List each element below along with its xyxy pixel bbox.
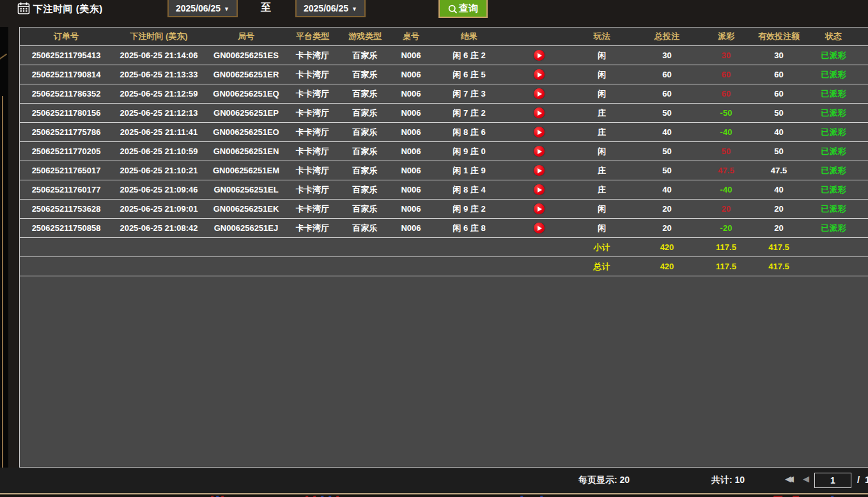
cell-round-id: GN006256251EP bbox=[205, 108, 287, 118]
play-video-icon[interactable] bbox=[534, 127, 545, 138]
cell-replay bbox=[508, 203, 570, 214]
chevron-down-icon: ▼ bbox=[224, 6, 229, 12]
table-row[interactable]: 250625211775786 2025-06-25 21:11:41 GN00… bbox=[20, 123, 868, 142]
cell-status: 已派彩 bbox=[805, 203, 862, 215]
prev-page-icon[interactable]: ◀ bbox=[803, 474, 809, 484]
play-video-icon[interactable] bbox=[534, 165, 545, 176]
table-row[interactable]: 250625211795413 2025-06-25 21:14:06 GN00… bbox=[20, 46, 868, 65]
play-video-icon[interactable] bbox=[534, 50, 545, 61]
cell-payout: -40 bbox=[700, 185, 752, 194]
underlay-bottom-edge bbox=[0, 493, 868, 497]
cell-game-type: 百家乐 bbox=[338, 88, 392, 100]
date-to-value: 2025/06/25 bbox=[304, 3, 348, 13]
cell-play: 庄 bbox=[570, 127, 634, 138]
cell-play: 闲 bbox=[570, 223, 634, 234]
cell-result: 闲 1 庄 9 bbox=[430, 165, 508, 177]
cell-round-id: GN006256251EL bbox=[205, 185, 287, 194]
cell-valid-bet: 50 bbox=[752, 108, 805, 118]
cell-platform: 卡卡湾厅 bbox=[287, 203, 338, 215]
col-header-valid-bet: 有效投注额 bbox=[752, 31, 805, 42]
cell-payout: 50 bbox=[700, 146, 752, 156]
underlay-decoration bbox=[0, 54, 7, 61]
cell-platform: 卡卡湾厅 bbox=[287, 88, 338, 100]
cell-bet-time: 2025-06-25 21:09:46 bbox=[112, 185, 205, 194]
cell-valid-bet: 40 bbox=[752, 185, 805, 194]
table-row[interactable]: 250625211786352 2025-06-25 21:12:59 GN00… bbox=[20, 84, 868, 104]
cell-table-no: N006 bbox=[392, 89, 430, 99]
cell-payout: 20 bbox=[700, 204, 752, 214]
query-button[interactable]: 查询 bbox=[438, 0, 488, 18]
cell-game-type: 百家乐 bbox=[338, 223, 392, 234]
cell-platform: 卡卡湾厅 bbox=[287, 165, 338, 177]
date-range-to-label: 至 bbox=[261, 1, 271, 15]
cell-play: 庄 bbox=[570, 184, 634, 196]
play-video-icon[interactable] bbox=[534, 107, 545, 118]
table-row[interactable]: 250625211770205 2025-06-25 21:10:59 GN00… bbox=[20, 142, 868, 161]
cell-table-no: N006 bbox=[392, 146, 430, 156]
cell-play: 闲 bbox=[570, 88, 634, 100]
table-row[interactable]: 250625211760177 2025-06-25 21:09:46 GN00… bbox=[20, 180, 868, 200]
col-header-bet-time: 下注时间 (美东) bbox=[112, 31, 205, 42]
cell-valid-bet: 20 bbox=[752, 204, 805, 214]
page-number-input[interactable] bbox=[814, 473, 851, 488]
play-video-icon[interactable] bbox=[534, 223, 545, 233]
total-label: 总计 bbox=[570, 261, 634, 272]
table-row[interactable]: 250625211765017 2025-06-25 21:10:21 GN00… bbox=[20, 161, 868, 180]
cell-bet-time: 2025-06-25 21:10:21 bbox=[112, 166, 205, 175]
col-header-platform: 平台类型 bbox=[287, 31, 338, 42]
cell-round-id: GN006256251EO bbox=[205, 127, 287, 137]
subtotal-valid-bet: 417.5 bbox=[752, 242, 805, 252]
date-from-value: 2025/06/25 bbox=[176, 3, 221, 13]
cell-platform: 卡卡湾厅 bbox=[287, 107, 338, 119]
date-from-dropdown[interactable]: 2025/06/25 ▼ bbox=[167, 0, 238, 17]
table-row[interactable]: 250625211753628 2025-06-25 21:09:01 GN00… bbox=[20, 200, 868, 219]
cell-result: 闲 7 庄 3 bbox=[430, 88, 508, 100]
play-video-icon[interactable] bbox=[534, 146, 545, 157]
cell-total-bet: 50 bbox=[634, 166, 700, 175]
underlay-border-line bbox=[2, 96, 3, 494]
cell-game-type: 百家乐 bbox=[338, 146, 392, 157]
play-video-icon[interactable] bbox=[534, 203, 545, 214]
table-row[interactable]: 250625211790814 2025-06-25 21:13:33 GN00… bbox=[20, 65, 868, 84]
play-video-icon[interactable] bbox=[534, 69, 545, 80]
cell-platform: 卡卡湾厅 bbox=[287, 146, 338, 157]
date-to-dropdown[interactable]: 2025/06/25 ▼ bbox=[295, 0, 366, 17]
cell-result: 闲 6 庄 8 bbox=[430, 223, 508, 234]
cell-table-no: N006 bbox=[392, 185, 430, 194]
cell-result: 闲 8 庄 6 bbox=[430, 127, 508, 138]
total-payout: 117.5 bbox=[700, 262, 752, 271]
cell-result: 闲 9 庄 0 bbox=[430, 146, 508, 157]
table-row[interactable]: 250625211750858 2025-06-25 21:08:42 GN00… bbox=[20, 219, 868, 238]
play-video-icon[interactable] bbox=[534, 184, 545, 195]
cell-game-type: 百家乐 bbox=[338, 203, 392, 215]
col-header-total-bet: 总投注 bbox=[634, 31, 700, 42]
page-separator: / bbox=[857, 474, 860, 485]
cell-play: 闲 bbox=[570, 146, 634, 157]
total-row: 总计 420 117.5 417.5 bbox=[20, 257, 868, 276]
col-header-table-no: 桌号 bbox=[392, 31, 430, 42]
first-page-icon[interactable]: ◀◀ bbox=[785, 474, 789, 484]
table-row[interactable]: 250625211780156 2025-06-25 21:12:13 GN00… bbox=[20, 104, 868, 123]
cell-valid-bet: 50 bbox=[752, 146, 805, 156]
cell-platform: 卡卡湾厅 bbox=[287, 69, 338, 81]
subtotal-total-bet: 420 bbox=[634, 242, 700, 252]
cell-order-id: 250625211786352 bbox=[20, 89, 112, 99]
cell-result: 闲 7 庄 2 bbox=[430, 107, 508, 119]
table-header-row: 订单号 下注时间 (美东) 局号 平台类型 游戏类型 桌号 结果 玩法 总投注 … bbox=[20, 28, 868, 46]
col-header-game-type: 游戏类型 bbox=[338, 31, 392, 42]
search-icon bbox=[448, 4, 458, 14]
cell-status: 已派彩 bbox=[805, 107, 862, 119]
cell-table-no: N006 bbox=[392, 70, 430, 79]
cell-table-no: N006 bbox=[392, 166, 430, 175]
page-title: 下注时间 (美东) bbox=[33, 3, 103, 15]
cell-replay bbox=[508, 165, 570, 176]
total-valid-bet: 417.5 bbox=[752, 262, 805, 271]
cell-total-bet: 60 bbox=[634, 89, 700, 99]
cell-replay bbox=[508, 107, 570, 118]
total-total-bet: 420 bbox=[634, 262, 700, 271]
cell-round-id: GN006256251ER bbox=[205, 70, 287, 79]
cell-total-bet: 40 bbox=[634, 127, 700, 137]
cell-bet-time: 2025-06-25 21:10:59 bbox=[112, 146, 205, 156]
play-video-icon[interactable] bbox=[534, 88, 545, 99]
col-header-status: 状态 bbox=[805, 31, 862, 42]
